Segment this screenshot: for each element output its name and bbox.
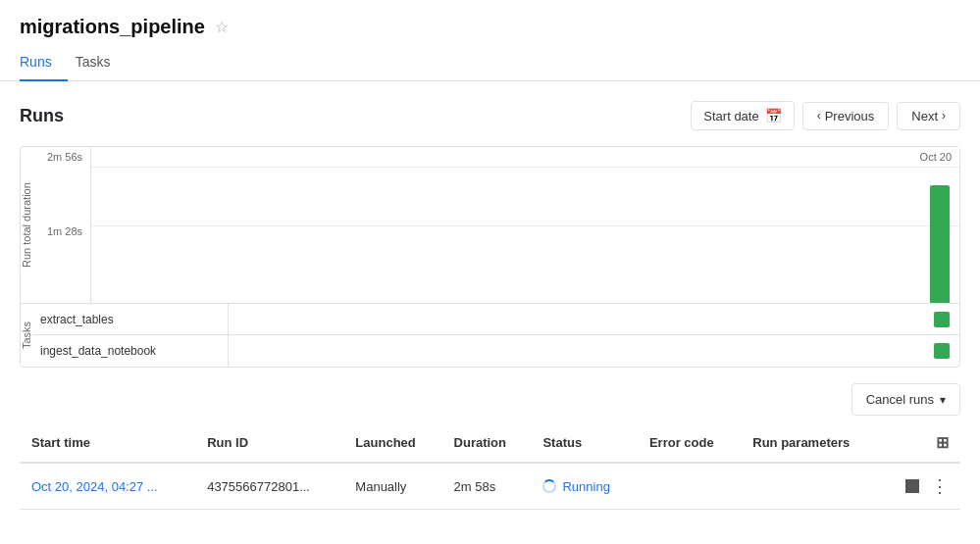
chevron-right-icon: ›	[942, 109, 946, 123]
y-top-label: 2m 56s	[40, 151, 82, 163]
cell-duration: 2m 58s	[442, 463, 532, 510]
spinner-icon	[542, 479, 556, 493]
task-label-ingest: ingest_data_notebook	[32, 335, 229, 367]
chart-body: 2m 56s 1m 28s Oct 20 extra	[32, 147, 959, 367]
run-total-duration-label: Run total duration	[21, 147, 32, 303]
section-header: Runs Start date 📅 ‹ Previous Next ›	[20, 101, 960, 130]
header-controls: Start date 📅 ‹ Previous Next ›	[691, 101, 960, 130]
tab-tasks[interactable]: Tasks	[76, 46, 127, 81]
col-run-id: Run ID	[195, 423, 343, 463]
col-error-code: Error code	[638, 423, 741, 463]
start-date-button[interactable]: Start date 📅	[691, 101, 794, 130]
chart-container: Run total duration Tasks 2m 56s 1m 28s O…	[20, 146, 960, 368]
y-mid-label: 1m 28s	[40, 225, 82, 237]
col-columns-icon[interactable]: ⊞	[883, 423, 960, 463]
col-duration: Duration	[442, 423, 532, 463]
task-dot-extract[interactable]	[934, 312, 950, 327]
cell-launched: Manually	[343, 463, 441, 510]
col-start-time: Start time	[20, 423, 195, 463]
task-bar-area-extract	[229, 304, 959, 334]
col-run-parameters: Run parameters	[741, 423, 882, 463]
task-bar-area-ingest	[229, 335, 959, 367]
run-chart-area: 2m 56s 1m 28s Oct 20	[32, 147, 959, 304]
tab-runs[interactable]: Runs	[20, 46, 68, 81]
page-header: migrations_pipeline ☆	[0, 0, 980, 38]
columns-icon: ⊞	[936, 434, 949, 451]
tasks-rows: extract_tables ingest_data_notebook	[32, 304, 959, 367]
tabs-bar: Runs Tasks	[0, 46, 980, 81]
col-launched: Launched	[343, 423, 441, 463]
y-axis: 2m 56s 1m 28s	[32, 147, 91, 303]
table-row: Oct 20, 2024, 04:27 ... 4375566772801...…	[20, 463, 960, 510]
cell-error-code	[638, 463, 741, 510]
star-icon[interactable]: ☆	[215, 18, 229, 36]
runs-table: Start time Run ID Launched Duration Stat…	[20, 423, 960, 510]
cell-status: Running	[531, 463, 637, 510]
cell-run-id: 4375566772801...	[195, 463, 343, 510]
chevron-down-icon: ▾	[940, 393, 946, 407]
tasks-y-label: Tasks	[21, 304, 32, 367]
date-label: Oct 20	[920, 151, 952, 163]
stop-icon[interactable]	[905, 479, 919, 493]
more-options-icon[interactable]: ⋮	[931, 476, 949, 496]
chart-left-labels: Run total duration Tasks	[21, 147, 32, 367]
task-row-ingest: ingest_data_notebook	[32, 335, 959, 367]
table-actions: Cancel runs ▾	[20, 383, 960, 416]
chart-plot: Oct 20	[91, 147, 959, 303]
table-section: Cancel runs ▾ Start time Run ID Launched	[20, 383, 960, 510]
chevron-left-icon: ‹	[817, 109, 821, 123]
cell-run-parameters	[741, 463, 882, 510]
page-title: migrations_pipeline	[20, 16, 205, 38]
calendar-icon: 📅	[765, 108, 782, 124]
task-label-extract: extract_tables	[32, 304, 229, 334]
previous-button[interactable]: ‹ Previous	[802, 102, 890, 130]
runs-section-title: Runs	[20, 106, 64, 126]
grid-line-mid	[91, 225, 959, 226]
col-status: Status	[531, 423, 637, 463]
grid-line-top	[91, 167, 959, 168]
status-running: Running	[542, 479, 625, 494]
table-body: Oct 20, 2024, 04:27 ... 4375566772801...…	[20, 463, 960, 510]
cell-start-time: Oct 20, 2024, 04:27 ...	[20, 463, 195, 510]
task-dot-ingest[interactable]	[934, 343, 950, 359]
run-bar[interactable]	[930, 185, 950, 303]
content-area: Runs Start date 📅 ‹ Previous Next › Run …	[0, 81, 980, 510]
table-header: Start time Run ID Launched Duration Stat…	[20, 423, 960, 463]
cancel-runs-button[interactable]: Cancel runs ▾	[851, 383, 960, 416]
cell-actions: ⋮	[883, 463, 960, 510]
task-row-extract: extract_tables	[32, 304, 959, 335]
next-button[interactable]: Next ›	[897, 102, 960, 130]
